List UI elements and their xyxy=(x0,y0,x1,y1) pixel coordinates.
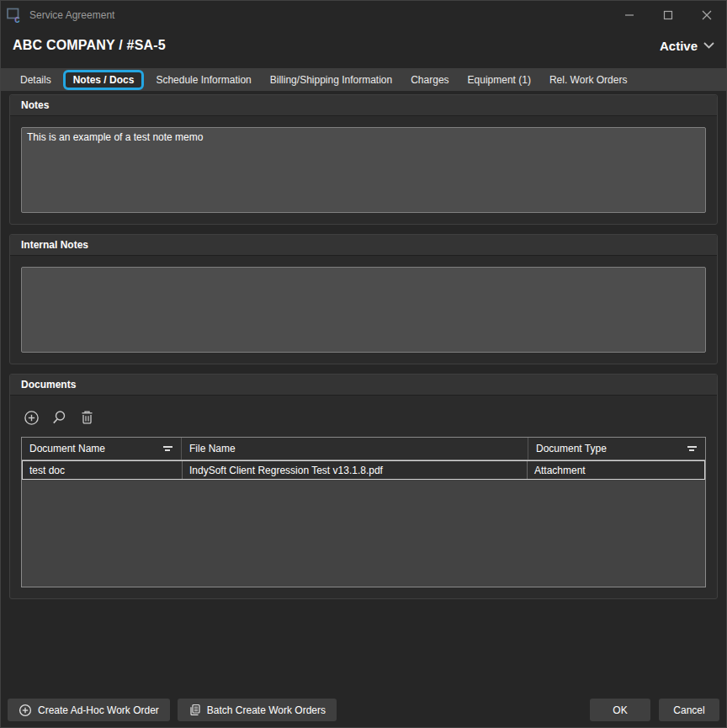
status-dropdown[interactable]: Active xyxy=(660,39,714,53)
delete-document-button[interactable] xyxy=(78,409,95,426)
cell-file-name: IndySoft Client Regression Test v13.1.8.… xyxy=(183,461,528,479)
trash-icon xyxy=(80,410,94,425)
tab-charges[interactable]: Charges xyxy=(401,70,458,90)
app-logo-icon: c xyxy=(5,5,25,25)
internal-notes-textarea[interactable] xyxy=(21,267,706,353)
column-header-document-type[interactable]: Document Type xyxy=(528,438,705,460)
copy-documents-icon xyxy=(188,704,201,716)
close-button[interactable] xyxy=(687,1,726,29)
documents-table-header: Document Name File Name Document Type xyxy=(22,438,705,460)
documents-table-body: test doc IndySoft Client Regression Test… xyxy=(22,460,705,587)
svg-text:c: c xyxy=(14,13,20,25)
magnifier-icon xyxy=(51,410,66,425)
titlebar: c Service Agreement xyxy=(1,1,726,29)
notes-textarea[interactable]: This is an example of a test note memo xyxy=(21,127,706,213)
table-row[interactable]: test doc IndySoft Client Regression Test… xyxy=(22,460,705,480)
maximize-button[interactable] xyxy=(649,1,687,29)
search-document-button[interactable] xyxy=(50,409,67,426)
cell-document-type: Attachment xyxy=(528,461,704,479)
plus-circle-icon xyxy=(19,704,32,717)
tab-bar: Details Notes / Docs Schedule Informatio… xyxy=(1,68,726,91)
maximize-icon xyxy=(663,10,673,20)
column-header-document-name[interactable]: Document Name xyxy=(22,438,182,460)
plus-circle-icon xyxy=(24,410,40,426)
tab-details[interactable]: Details xyxy=(11,70,61,90)
close-icon xyxy=(702,10,712,20)
chevron-down-icon xyxy=(703,42,714,49)
batch-create-work-orders-button[interactable]: Batch Create Work Orders xyxy=(178,699,337,721)
documents-toolbar xyxy=(23,408,706,427)
add-document-button[interactable] xyxy=(23,409,40,426)
minimize-button[interactable] xyxy=(610,1,649,29)
documents-table: Document Name File Name Document Type xyxy=(21,437,706,587)
minimize-icon xyxy=(624,10,634,20)
notes-panel: Notes This is an example of a test note … xyxy=(9,94,718,225)
notes-panel-header: Notes xyxy=(10,95,717,116)
sort-icon[interactable] xyxy=(163,444,173,453)
ok-button[interactable]: OK xyxy=(590,699,650,721)
tab-schedule-information[interactable]: Schedule Information xyxy=(146,70,260,90)
status-badge: Active xyxy=(660,39,698,53)
documents-panel: Documents xyxy=(9,374,718,599)
cancel-button[interactable]: Cancel xyxy=(659,699,719,721)
tab-equipment[interactable]: Equipment (1) xyxy=(459,70,540,90)
service-agreement-window: c Service Agreement ABC COMPANY / #SA-5 … xyxy=(0,0,727,728)
tab-rel-work-orders[interactable]: Rel. Work Orders xyxy=(540,70,636,90)
internal-notes-panel: Internal Notes xyxy=(9,234,718,364)
internal-notes-panel-header: Internal Notes xyxy=(10,235,717,256)
tab-content: Notes This is an example of a test note … xyxy=(1,94,726,599)
footer: Create Ad-Hoc Work Order Batch Create Wo… xyxy=(8,699,719,721)
create-adhoc-work-order-button[interactable]: Create Ad-Hoc Work Order xyxy=(8,699,170,721)
documents-panel-header: Documents xyxy=(10,375,717,396)
tab-notes-docs[interactable]: Notes / Docs xyxy=(63,70,145,90)
header: ABC COMPANY / #SA-5 Active xyxy=(1,29,726,61)
page-title: ABC COMPANY / #SA-5 xyxy=(13,38,166,53)
column-header-file-name[interactable]: File Name xyxy=(182,438,528,460)
window-title: Service Agreement xyxy=(29,9,610,21)
sort-icon[interactable] xyxy=(687,444,698,453)
tab-billing-shipping-information[interactable]: Billing/Shipping Information xyxy=(261,70,401,90)
cell-document-name: test doc xyxy=(23,461,183,479)
